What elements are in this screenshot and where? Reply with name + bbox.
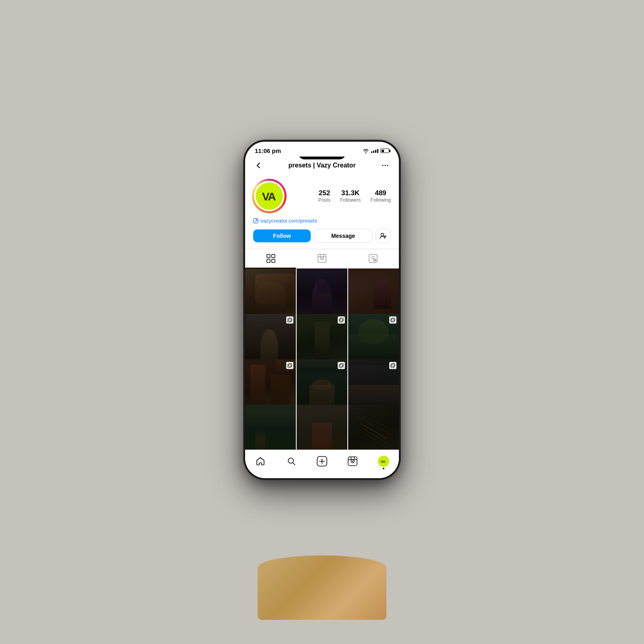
phone-device: 11:06 pm <box>244 140 400 480</box>
multi-badge <box>389 362 396 369</box>
wifi-icon <box>363 149 369 153</box>
website-url: vazycreator.com/presets <box>260 218 317 224</box>
grid-post-1[interactable] <box>245 268 296 319</box>
multi-badge <box>286 316 293 324</box>
svg-point-0 <box>382 165 383 166</box>
nav-add[interactable] <box>307 454 337 469</box>
svg-rect-26 <box>392 363 395 367</box>
tab-tagged[interactable] <box>348 249 399 268</box>
add-person-button[interactable] <box>376 229 391 243</box>
svg-rect-6 <box>267 254 270 258</box>
svg-rect-22 <box>289 363 292 367</box>
posts-count: 252 <box>319 189 330 197</box>
profile-link[interactable]: vazycreator.com/presets <box>253 218 391 224</box>
bottom-nav: VA <box>245 450 399 478</box>
svg-rect-20 <box>392 318 395 321</box>
nav-active-indicator <box>383 468 384 469</box>
followers-label: Followers <box>340 197 361 203</box>
more-button[interactable] <box>380 160 391 171</box>
grid-post-6[interactable] <box>348 314 399 365</box>
svg-rect-17 <box>339 319 343 322</box>
multi-badge <box>338 362 345 369</box>
following-stat[interactable]: 489 Following <box>370 189 391 203</box>
multi-badge <box>286 362 293 369</box>
svg-text:VA: VA <box>381 460 386 464</box>
svg-rect-7 <box>272 254 275 258</box>
svg-point-31 <box>352 461 353 462</box>
svg-point-1 <box>384 165 386 166</box>
svg-point-12 <box>321 258 322 259</box>
avatar[interactable]: VA <box>253 180 285 212</box>
status-bar: 11:06 pm <box>245 142 399 157</box>
svg-rect-9 <box>272 259 275 262</box>
header-title: presets | Vazy Creator <box>288 162 355 169</box>
phone-stand <box>258 555 386 620</box>
svg-rect-24 <box>340 363 343 367</box>
grid-post-2[interactable] <box>297 268 347 319</box>
status-time: 11:06 pm <box>255 147 281 154</box>
svg-rect-15 <box>288 319 291 322</box>
svg-rect-21 <box>288 364 291 367</box>
nav-profile-avatar: VA <box>378 456 389 467</box>
nav-search[interactable] <box>276 454 306 469</box>
svg-rect-8 <box>267 259 270 262</box>
svg-rect-16 <box>289 318 292 321</box>
svg-rect-25 <box>391 364 394 367</box>
profile-section: VA 252 Posts 31.3K Followers <box>245 175 399 249</box>
tab-reels[interactable] <box>296 249 347 268</box>
signal-icon <box>371 149 378 153</box>
following-label: Following <box>370 197 391 203</box>
content-tabs <box>245 249 399 268</box>
nav-profile[interactable]: VA <box>368 454 399 469</box>
stats-row: 252 Posts 31.3K Followers 489 Following <box>292 189 391 203</box>
svg-point-5 <box>381 233 384 236</box>
grid-post-9[interactable] <box>348 359 399 410</box>
grid-post-8[interactable] <box>297 359 347 410</box>
nav-home[interactable] <box>245 454 276 469</box>
grid-post-12[interactable] <box>348 405 399 450</box>
follow-button[interactable]: Follow <box>253 229 311 242</box>
message-button[interactable]: Message <box>314 229 372 243</box>
posts-grid <box>245 268 399 450</box>
grid-post-10[interactable] <box>245 405 296 450</box>
followers-stat[interactable]: 31.3K Followers <box>340 189 361 203</box>
posts-stat[interactable]: 252 Posts <box>318 189 330 203</box>
status-icons <box>363 149 389 153</box>
following-count: 489 <box>375 189 386 197</box>
grid-post-3[interactable] <box>348 268 399 319</box>
svg-rect-23 <box>339 364 343 367</box>
grid-post-5[interactable] <box>297 314 347 365</box>
link-icon <box>253 218 258 223</box>
followers-count: 31.3K <box>341 189 359 197</box>
svg-text:VA: VA <box>262 190 276 203</box>
svg-rect-18 <box>340 318 343 321</box>
svg-point-2 <box>387 165 388 166</box>
action-buttons: Follow Message <box>253 229 391 243</box>
multi-badge <box>338 316 345 324</box>
tab-grid[interactable] <box>245 249 296 268</box>
multi-badge <box>389 316 396 324</box>
back-button[interactable] <box>253 160 264 171</box>
battery-icon <box>380 149 389 153</box>
grid-post-11[interactable] <box>297 405 347 450</box>
grid-post-4[interactable] <box>245 314 296 365</box>
nav-reels[interactable] <box>337 454 368 469</box>
posts-label: Posts <box>318 197 330 203</box>
svg-rect-19 <box>391 319 394 322</box>
grid-post-7[interactable] <box>245 359 296 410</box>
